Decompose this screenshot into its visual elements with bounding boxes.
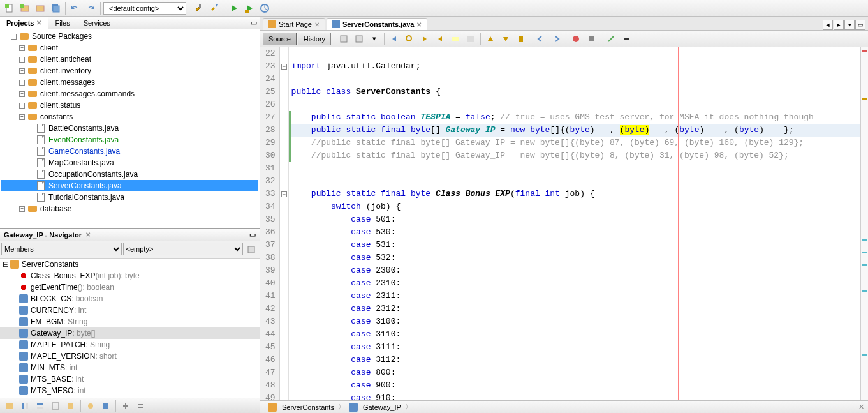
- tab-projects[interactable]: Projects ✕: [0, 17, 48, 29]
- editor-btn[interactable]: [337, 32, 351, 46]
- save-all-button[interactable]: [48, 1, 63, 15]
- toggle-highlight-button[interactable]: [448, 32, 462, 46]
- start-macro-button[interactable]: [569, 32, 583, 46]
- code-line[interactable]: case 2311:: [289, 290, 860, 303]
- nav-btn-4[interactable]: [48, 399, 63, 413]
- navigator-tree[interactable]: ⊟ServerConstantsClass_Bonus_EXP(int job)…: [0, 259, 260, 398]
- code-line[interactable]: public static final byte Class_Bonus_EXP…: [289, 188, 860, 200]
- scroll-right-button[interactable]: ►: [834, 20, 844, 30]
- code-line[interactable]: case 530:: [289, 226, 860, 239]
- code-line[interactable]: case 501:: [289, 213, 860, 226]
- projects-tree[interactable]: −Source Packages+client+client.anticheat…: [0, 29, 260, 228]
- undo-button[interactable]: [68, 1, 82, 15]
- tree-file[interactable]: GameConstants.java: [1, 146, 258, 157]
- code-line[interactable]: case 3100:: [289, 315, 860, 328]
- tab-files[interactable]: Files: [48, 17, 77, 29]
- maximize-button[interactable]: ▭: [855, 20, 865, 30]
- code-line[interactable]: case 2310:: [289, 277, 860, 290]
- tree-package[interactable]: +client.anticheat: [1, 54, 258, 65]
- tab-list-button[interactable]: ▾: [844, 20, 855, 30]
- code-area[interactable]: import java.util.Calendar;public class S…: [289, 47, 860, 400]
- fold-gutter[interactable]: −−: [280, 47, 289, 400]
- code-line[interactable]: case 531:: [289, 239, 860, 252]
- build-button[interactable]: [192, 1, 206, 15]
- tree-root[interactable]: −Source Packages: [1, 31, 258, 42]
- close-icon[interactable]: ✕: [416, 21, 422, 28]
- find-prev-button[interactable]: [418, 32, 432, 46]
- code-line[interactable]: case 3112:: [289, 354, 860, 366]
- breadcrumb-field[interactable]: Gateway_IP: [345, 403, 405, 412]
- nav-member[interactable]: Class_Bonus_EXP(int job) : byte: [0, 270, 260, 282]
- code-line[interactable]: public class ServerConstants {: [289, 86, 860, 98]
- nav-member[interactable]: MTS_BASE : int: [0, 373, 260, 385]
- tree-package[interactable]: +client.messages: [1, 77, 258, 88]
- nav-member[interactable]: MIN_MTS : int: [0, 362, 260, 373]
- tree-file[interactable]: OccupationConstants.java: [1, 169, 258, 180]
- tab-services[interactable]: Services: [77, 17, 117, 29]
- nav-btn-8[interactable]: [119, 399, 133, 413]
- code-line[interactable]: //public static final byte[] Gateway_IP …: [289, 137, 860, 149]
- filter-button[interactable]: [244, 243, 258, 257]
- tree-file[interactable]: ServerConstants.java: [1, 180, 258, 191]
- error-stripe[interactable]: [860, 47, 868, 400]
- toggle-bookmark-button[interactable]: [514, 32, 528, 46]
- tree-package[interactable]: +client: [1, 42, 258, 54]
- next-bookmark-button[interactable]: [499, 32, 513, 46]
- open-button[interactable]: [33, 1, 47, 15]
- code-line[interactable]: [289, 98, 860, 111]
- code-line[interactable]: case 800:: [289, 366, 860, 379]
- close-icon[interactable]: ✕: [36, 19, 41, 26]
- nav-btn-5[interactable]: [64, 399, 78, 413]
- find-next-button[interactable]: [433, 32, 447, 46]
- clean-build-button[interactable]: [207, 1, 221, 15]
- nav-member[interactable]: Gateway_IP : byte[]: [0, 327, 260, 339]
- tree-file[interactable]: MapConstants.java: [1, 157, 258, 169]
- nav-member[interactable]: getEventTime() : boolean: [0, 282, 260, 293]
- debug-button[interactable]: [242, 1, 256, 15]
- code-line[interactable]: [289, 162, 860, 175]
- tree-file[interactable]: TutorialConstants.java: [1, 191, 258, 203]
- run-button[interactable]: [227, 1, 241, 15]
- nav-member[interactable]: BLOCK_CS : boolean: [0, 293, 260, 304]
- code-line[interactable]: [289, 47, 860, 60]
- code-line[interactable]: case 3111:: [289, 341, 860, 354]
- empty-filter-select[interactable]: <empty>: [123, 243, 244, 255]
- close-icon[interactable]: ✕: [85, 231, 91, 238]
- tab-start-page[interactable]: Start Page ✕: [263, 18, 325, 30]
- code-line[interactable]: //public static final byte[] Gateway_IP …: [289, 149, 860, 162]
- minimize-panel-button[interactable]: ▭: [249, 230, 256, 239]
- new-project-button[interactable]: [18, 1, 32, 15]
- tree-file[interactable]: BattleConstants.java: [1, 123, 258, 134]
- tree-package[interactable]: +client.inventory: [1, 65, 258, 77]
- nav-btn-2[interactable]: [18, 399, 32, 413]
- editor-btn[interactable]: [464, 32, 478, 46]
- tree-package[interactable]: +client.messages.commands: [1, 88, 258, 100]
- minimize-panel-button[interactable]: ▭: [248, 19, 260, 27]
- nav-member[interactable]: MAPLE_VERSION : short: [0, 350, 260, 362]
- code-line[interactable]: switch (job) {: [289, 200, 860, 213]
- nav-btn-6[interactable]: [84, 399, 98, 413]
- tree-package[interactable]: +client.status: [1, 100, 258, 111]
- shift-left-button[interactable]: [534, 32, 548, 46]
- prev-bookmark-button[interactable]: [483, 32, 497, 46]
- code-line[interactable]: case 532:: [289, 252, 860, 264]
- line-gutter[interactable]: 2223242526272829303132333435363738394041…: [260, 47, 280, 400]
- code-line[interactable]: case 900:: [289, 379, 860, 392]
- tree-package[interactable]: −constants: [1, 111, 258, 123]
- history-view-button[interactable]: History: [298, 33, 331, 45]
- stop-macro-button[interactable]: [584, 32, 598, 46]
- uncomment-button[interactable]: [619, 32, 633, 46]
- nav-member[interactable]: MTS_MESO : int: [0, 385, 260, 396]
- editor-btn[interactable]: ▾: [367, 32, 381, 46]
- editor-btn[interactable]: [352, 32, 366, 46]
- close-icon[interactable]: ✕: [858, 403, 864, 411]
- tree-file[interactable]: EventConstants.java: [1, 134, 258, 146]
- config-select[interactable]: <default config>: [103, 2, 186, 15]
- nav-btn-9[interactable]: [134, 399, 148, 413]
- nav-btn-3[interactable]: [33, 399, 47, 413]
- nav-btn-1[interactable]: [3, 399, 17, 413]
- code-line[interactable]: case 3110:: [289, 328, 860, 341]
- code-line[interactable]: case 2300:: [289, 264, 860, 277]
- nav-root[interactable]: ⊟ServerConstants: [0, 259, 260, 270]
- code-line[interactable]: public static final byte[] Gateway_IP = …: [289, 124, 860, 137]
